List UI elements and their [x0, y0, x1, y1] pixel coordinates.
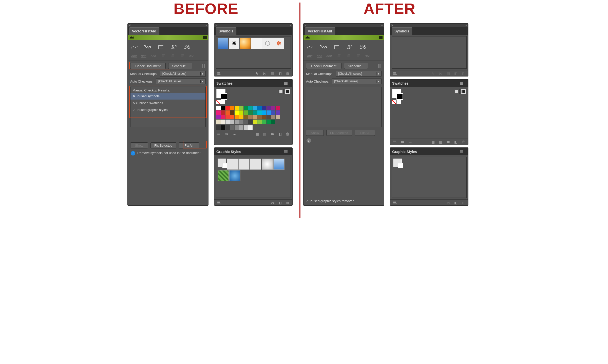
- vfa-tab[interactable]: VectorFirstAid: [305, 27, 335, 35]
- symbol-thumb[interactable]: ✸: [229, 38, 239, 49]
- swatch[interactable]: [257, 115, 262, 119]
- swatch[interactable]: [248, 110, 253, 115]
- color-group-icon[interactable]: ▤: [438, 140, 443, 144]
- swatch[interactable]: [262, 115, 266, 119]
- graphic-style-thumb[interactable]: [238, 159, 250, 170]
- swatch[interactable]: [267, 120, 271, 124]
- panel-menu-icon[interactable]: [459, 149, 465, 155]
- swatch-options-icon[interactable]: ▦: [255, 132, 259, 136]
- swatch[interactable]: [230, 125, 234, 130]
- swatch[interactable]: [276, 106, 280, 110]
- panel-menu-icon[interactable]: [285, 29, 291, 35]
- swatch[interactable]: [230, 110, 234, 115]
- anchor-tool-icon[interactable]: [143, 43, 152, 50]
- pause-icon[interactable]: [376, 63, 382, 68]
- swatch[interactable]: [239, 106, 243, 110]
- none-swatch-icon[interactable]: [392, 100, 396, 104]
- library-icon[interactable]: 𝌆.: [217, 71, 221, 75]
- aa-tool-icon[interactable]: A↕A: [188, 53, 196, 59]
- swatch[interactable]: [257, 120, 262, 124]
- brand-menu-icon[interactable]: [203, 36, 207, 39]
- swatch[interactable]: [271, 120, 275, 124]
- library-icon[interactable]: 𝌆.: [393, 71, 397, 75]
- color-group-icon[interactable]: ▤: [262, 132, 267, 136]
- panel-menu-icon[interactable]: [459, 81, 465, 86]
- symbol-thumb[interactable]: [240, 38, 251, 49]
- symbols-tab[interactable]: Symbols: [392, 27, 412, 35]
- align-sm-1-icon[interactable]: ☰: [159, 53, 167, 59]
- swatch[interactable]: [253, 110, 257, 115]
- result-item[interactable]: 6 unused symbols: [130, 93, 205, 100]
- swatch[interactable]: [230, 120, 234, 124]
- result-item[interactable]: 53 unused swatches: [130, 100, 205, 106]
- graphic-style-thumb[interactable]: [393, 159, 402, 167]
- fill-stroke-indicator[interactable]: [216, 89, 225, 98]
- schedule-button[interactable]: Schedule...: [168, 63, 192, 69]
- abc-tool-1-icon[interactable]: abc: [130, 53, 138, 59]
- new-symbol-icon[interactable]: ◧: [278, 71, 282, 75]
- swatch[interactable]: [257, 110, 262, 115]
- swap-icon[interactable]: ⇆: [400, 140, 405, 144]
- new-swatch-icon[interactable]: ◧: [453, 140, 458, 144]
- grid-view-button[interactable]: [285, 89, 290, 94]
- swatch[interactable]: [225, 115, 230, 119]
- abc-tool-3-icon[interactable]: abc: [325, 53, 333, 59]
- swatch[interactable]: [235, 106, 239, 110]
- collapse-icon[interactable]: «: [380, 24, 384, 27]
- symbol-thumb[interactable]: [218, 38, 228, 49]
- swatch[interactable]: [257, 106, 262, 110]
- collapse-icon[interactable]: «: [464, 24, 468, 27]
- library-icon[interactable]: 𝌆.: [217, 201, 221, 205]
- swatch[interactable]: [271, 106, 275, 110]
- collapse-icon[interactable]: «: [288, 24, 292, 27]
- check-document-button[interactable]: Check Document: [130, 63, 166, 69]
- abc-tool-1-icon[interactable]: abc: [306, 53, 314, 59]
- collapse-icon[interactable]: «: [204, 24, 208, 27]
- graphic-style-thumb[interactable]: [218, 170, 229, 181]
- swatch[interactable]: [244, 125, 248, 130]
- swatch[interactable]: [235, 125, 239, 130]
- swatch[interactable]: [221, 115, 225, 119]
- close-icon[interactable]: ✕: [128, 24, 132, 27]
- library-icon[interactable]: 𝌆.: [393, 201, 397, 205]
- fill-stroke-indicator[interactable]: [392, 89, 401, 98]
- none-swatch-icon[interactable]: [216, 100, 221, 104]
- folder-icon[interactable]: 🖿: [270, 132, 275, 136]
- swatch[interactable]: [216, 110, 221, 115]
- align-sm-1-icon[interactable]: ☰: [335, 53, 343, 59]
- swatch[interactable]: [267, 115, 271, 119]
- manual-checkups-dropdown[interactable]: [Check All Issues]▾: [160, 71, 206, 76]
- graphic-style-thumb[interactable]: [218, 159, 226, 167]
- auto-checkups-dropdown[interactable]: [Check All Issues]▾: [332, 79, 382, 84]
- swatch[interactable]: [225, 125, 230, 130]
- symbol-thumb[interactable]: [251, 38, 262, 49]
- align-tool-icon[interactable]: [157, 43, 165, 50]
- swatch[interactable]: [216, 120, 221, 124]
- graphic-style-thumb[interactable]: [262, 159, 273, 170]
- swatch[interactable]: [216, 115, 221, 119]
- abc-tool-2-icon[interactable]: abc: [316, 53, 323, 59]
- list-view-button[interactable]: [278, 89, 284, 94]
- align-tool-icon[interactable]: [332, 43, 341, 50]
- aa-tool-icon[interactable]: A↕A: [364, 53, 371, 59]
- swatch[interactable]: [276, 110, 280, 115]
- cloud-icon[interactable]: ☁: [232, 132, 237, 136]
- swatch[interactable]: [221, 125, 225, 130]
- swatch[interactable]: [271, 110, 275, 115]
- new-swatch-icon[interactable]: ◧: [278, 132, 282, 136]
- panel-menu-icon[interactable]: [201, 29, 207, 35]
- align-sm-3-icon[interactable]: ☰: [354, 53, 362, 59]
- registration-swatch-icon[interactable]: [397, 100, 401, 104]
- swatch[interactable]: [276, 115, 280, 119]
- panel-menu-icon[interactable]: [283, 81, 289, 86]
- schedule-button[interactable]: Schedule...: [344, 63, 368, 69]
- graphic-style-thumb[interactable]: [229, 170, 240, 181]
- swatch[interactable]: [248, 120, 253, 124]
- close-icon[interactable]: ✕: [214, 24, 218, 27]
- swatch[interactable]: [225, 120, 230, 124]
- close-icon[interactable]: ✕: [303, 24, 308, 27]
- swatch[interactable]: [216, 106, 221, 110]
- swatch[interactable]: [221, 120, 225, 124]
- graphic-style-thumb[interactable]: [273, 159, 284, 170]
- folder-swatch[interactable]: [216, 125, 221, 130]
